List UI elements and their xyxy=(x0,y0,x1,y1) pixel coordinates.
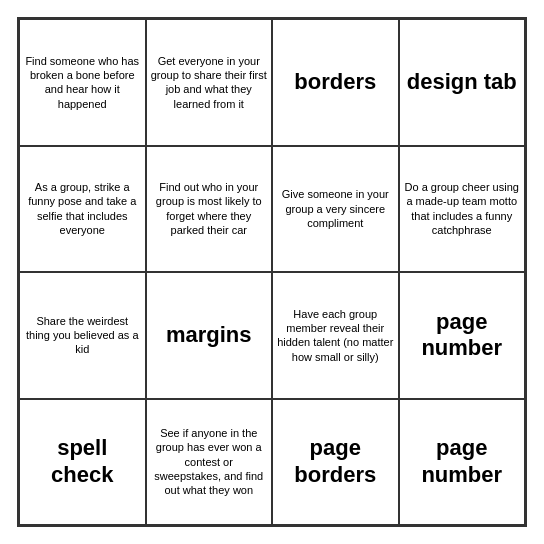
bingo-cell-r1c0: As a group, strike a funny pose and take… xyxy=(19,146,146,273)
bingo-cell-r0c1: Get everyone in your group to share thei… xyxy=(146,19,273,146)
bingo-cell-r1c2: Give someone in your group a very sincer… xyxy=(272,146,399,273)
bingo-cell-r2c2: Have each group member reveal their hidd… xyxy=(272,272,399,399)
bingo-cell-r2c3: page number xyxy=(399,272,526,399)
bingo-cell-r3c3: page number xyxy=(399,399,526,526)
bingo-cell-r3c1: See if anyone in the group has ever won … xyxy=(146,399,273,526)
bingo-cell-r0c2: borders xyxy=(272,19,399,146)
bingo-cell-r2c0: Share the weirdest thing you believed as… xyxy=(19,272,146,399)
bingo-cell-r0c3: design tab xyxy=(399,19,526,146)
bingo-cell-r2c1: margins xyxy=(146,272,273,399)
bingo-cell-r0c0: Find someone who has broken a bone befor… xyxy=(19,19,146,146)
bingo-cell-r3c2: page borders xyxy=(272,399,399,526)
bingo-cell-r3c0: spell check xyxy=(19,399,146,526)
bingo-cell-r1c1: Find out who in your group is most likel… xyxy=(146,146,273,273)
bingo-cell-r1c3: Do a group cheer using a made-up team mo… xyxy=(399,146,526,273)
bingo-board: Find someone who has broken a bone befor… xyxy=(17,17,527,527)
